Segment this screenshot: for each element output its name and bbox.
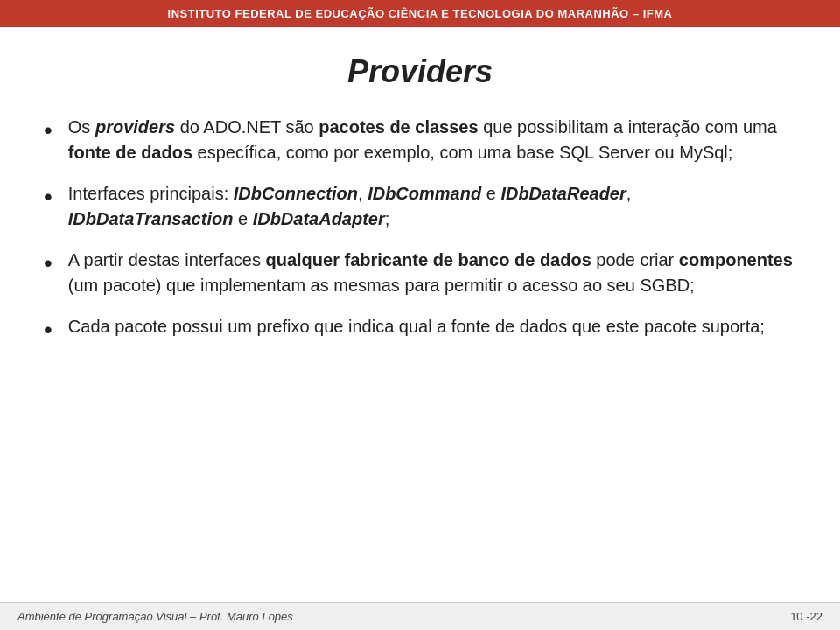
bullet-text-2: Interfaces principais: IDbConnection, ID… — [68, 181, 796, 232]
bullet-dot: • — [44, 246, 52, 282]
bullet-dot: • — [44, 113, 52, 149]
footer-bar: Ambiente de Programação Visual – Prof. M… — [0, 602, 840, 630]
bullet-list: • Os providers do ADO.NET são pacotes de… — [44, 115, 796, 348]
bullet-text-4: Cada pacote possui um prefixo que indica… — [68, 314, 796, 340]
list-item: • A partir destas interfaces qualquer fa… — [44, 248, 796, 298]
footer-right: 10 -22 — [790, 610, 822, 623]
header-bar: INSTITUTO FEDERAL DE EDUCAÇÃO CIÊNCIA E … — [0, 0, 840, 27]
page-title: Providers — [44, 53, 796, 90]
main-content: Providers • Os providers do ADO.NET são … — [0, 27, 840, 602]
header-title: INSTITUTO FEDERAL DE EDUCAÇÃO CIÊNCIA E … — [168, 7, 673, 20]
bullet-text-1: Os providers do ADO.NET são pacotes de c… — [68, 115, 796, 165]
list-item: • Cada pacote possui um prefixo que indi… — [44, 314, 796, 348]
list-item: • Os providers do ADO.NET são pacotes de… — [44, 115, 796, 165]
bullet-dot: • — [44, 179, 52, 215]
footer-left: Ambiente de Programação Visual – Prof. M… — [18, 610, 293, 623]
list-item: • Interfaces principais: IDbConnection, … — [44, 181, 796, 232]
bullet-text-3: A partir destas interfaces qualquer fabr… — [68, 248, 796, 298]
bullet-dot: • — [44, 312, 52, 348]
